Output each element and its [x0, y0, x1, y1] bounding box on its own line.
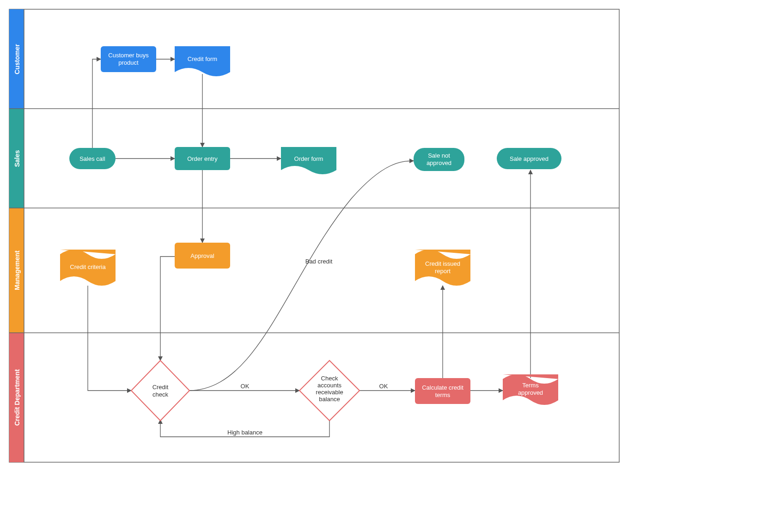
node-sales-call[interactable]: Sales call — [69, 148, 116, 169]
svg-text:terms: terms — [435, 391, 451, 398]
svg-text:receivable: receivable — [316, 389, 343, 396]
svg-text:approved: approved — [518, 389, 543, 396]
svg-text:Credit: Credit — [152, 384, 169, 391]
svg-text:Customer buys: Customer buys — [108, 52, 149, 59]
node-sale-approved[interactable]: Sale approved — [497, 148, 561, 169]
svg-text:Sale approved: Sale approved — [510, 155, 549, 162]
svg-text:Sale not: Sale not — [428, 152, 450, 159]
svg-text:Credit issued: Credit issued — [425, 260, 460, 267]
svg-text:balance: balance — [319, 396, 340, 403]
node-calculate-terms[interactable]: Calculate credit terms — [415, 378, 470, 404]
svg-text:check: check — [152, 391, 168, 398]
lane-label-management: Management — [13, 251, 21, 290]
swimlane-diagram: Customer Sales Management Credit Departm… — [0, 0, 762, 532]
svg-text:Order form: Order form — [294, 155, 323, 162]
svg-text:Order entry: Order entry — [187, 155, 218, 162]
node-credit-check[interactable]: Credit check — [131, 361, 189, 421]
edge-label-high-balance: High balance — [227, 429, 262, 436]
svg-text:Sales call: Sales call — [79, 155, 105, 162]
node-order-form[interactable]: Order form — [281, 147, 336, 174]
svg-text:Calculate credit: Calculate credit — [422, 384, 463, 391]
svg-text:product: product — [118, 59, 139, 66]
edge-label-bad-credit: Bad credit — [305, 258, 333, 265]
svg-text:Credit form: Credit form — [188, 55, 217, 62]
svg-rect-30 — [415, 378, 470, 404]
svg-text:Check: Check — [321, 375, 338, 382]
svg-text:accounts: accounts — [317, 382, 342, 389]
edge-label-ok2: OK — [379, 383, 388, 390]
node-order-entry[interactable]: Order entry — [175, 147, 230, 170]
svg-text:Credit criteria: Credit criteria — [70, 263, 106, 270]
node-approval[interactable]: Approval — [175, 243, 230, 269]
node-sale-not-approved[interactable]: Sale not approved — [414, 148, 464, 171]
node-check-accounts[interactable]: Check accounts receivable balance — [299, 361, 360, 421]
svg-text:Approval: Approval — [190, 252, 214, 259]
lane-label-credit: Credit Department — [13, 369, 21, 426]
lane-label-customer: Customer — [13, 44, 21, 74]
svg-text:report: report — [435, 268, 451, 275]
node-credit-issued-report[interactable]: Credit issued report — [415, 250, 470, 286]
node-credit-form[interactable]: Credit form — [175, 46, 230, 76]
node-customer-buys[interactable]: Customer buys product — [101, 46, 156, 72]
node-credit-criteria[interactable]: Credit criteria — [60, 250, 116, 286]
edge-label-ok1: OK — [241, 383, 250, 390]
node-terms-approved[interactable]: Terms approved — [503, 374, 558, 405]
lane-label-sales: Sales — [13, 150, 21, 167]
svg-text:approved: approved — [427, 159, 451, 166]
svg-text:Terms: Terms — [522, 382, 539, 389]
